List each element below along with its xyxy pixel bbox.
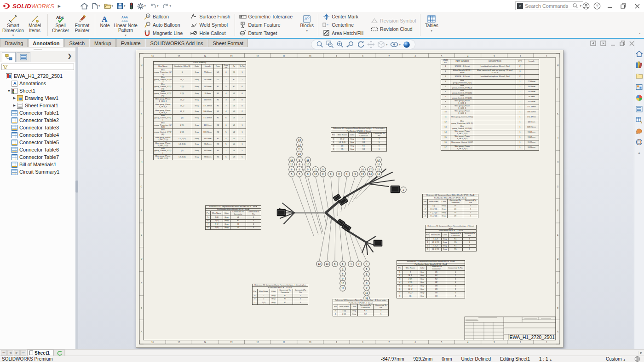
pin-right-pane-icon[interactable] xyxy=(600,41,606,46)
balloon[interactable]: 8 xyxy=(297,162,302,167)
3dexperience-marketplace-icon[interactable] xyxy=(635,138,643,146)
last-sheet-button[interactable]: ⏭ xyxy=(20,350,26,356)
balloon[interactable]: 8 xyxy=(305,171,310,177)
rotate-view-icon[interactable] xyxy=(356,41,365,48)
tree-item-connector-table6[interactable]: Connector Table6 xyxy=(0,146,75,153)
balloon[interactable]: 10 xyxy=(305,162,310,167)
tree-item-connector-table4[interactable]: Connector Table4 xyxy=(0,131,75,139)
note-button[interactable]: A Note xyxy=(97,13,113,37)
zoom-to-selection-icon[interactable] xyxy=(346,41,354,48)
balloon[interactable]: 8 xyxy=(336,171,342,177)
property-manager-tab[interactable] xyxy=(17,52,30,62)
surface-finish-button[interactable]: Surface Finish xyxy=(188,13,232,21)
linear-note-pattern-button[interactable]: AAAAAA Linear Note Pattern ▾ xyxy=(113,13,138,37)
connector-table-1[interactable]: Reference:S2 ComponentName:HarnessConfig… xyxy=(331,127,386,152)
tree-item-bill-of-materials1[interactable]: Bill of Materials1 xyxy=(0,161,75,168)
save-button[interactable]: ▾ xyxy=(115,1,127,11)
blocks-button[interactable]: A Blocks ▾ xyxy=(298,13,316,37)
balloon[interactable]: 9 xyxy=(328,171,334,177)
restore-button[interactable] xyxy=(616,0,630,12)
pin-left-pane-icon[interactable] xyxy=(590,41,596,46)
view-palette-icon[interactable] xyxy=(635,83,643,91)
tree-item-root[interactable]: EWA_H1_2720_2501 xyxy=(0,72,75,80)
hole-callout-button[interactable]: Hole Callout xyxy=(188,29,232,37)
balloon[interactable]: 6 xyxy=(340,271,345,276)
balloon[interactable]: 10 xyxy=(364,290,369,296)
first-sheet-button[interactable]: ⏮ xyxy=(1,350,7,356)
tree-item-drawing-view1[interactable]: ▶Drawing View1 xyxy=(0,94,75,102)
model-items-button[interactable]: Model Items xyxy=(24,13,46,37)
tree-filter-input[interactable] xyxy=(8,64,73,69)
search-icon[interactable] xyxy=(572,3,578,9)
appearances-icon[interactable] xyxy=(635,94,643,102)
tab-markup[interactable]: Markup xyxy=(90,39,116,47)
balloon[interactable]: 9 xyxy=(364,285,369,291)
tree-item-connector-table3[interactable]: Connector Table3 xyxy=(0,124,75,131)
unit-system[interactable]: Custom▴ xyxy=(606,356,625,362)
balloon[interactable]: 5 xyxy=(340,261,345,267)
pack-and-go-icon[interactable] xyxy=(635,116,643,124)
status-globe-icon[interactable] xyxy=(634,356,640,362)
balloon[interactable]: 16 xyxy=(376,162,381,167)
balloon[interactable]: 1 xyxy=(344,171,350,177)
task-pane-collapse-icon[interactable]: ▲ xyxy=(638,151,641,154)
balloon[interactable]: 14 xyxy=(368,171,373,177)
tree-item-connector-table1[interactable]: Connector Table1 xyxy=(0,109,75,117)
undo-button[interactable]: ▾ xyxy=(148,1,160,11)
balloon[interactable]: 10 xyxy=(297,151,302,157)
doc-minimize-icon[interactable] xyxy=(610,41,615,46)
prev-sheet-button[interactable]: ◀ xyxy=(7,350,13,356)
balloon[interactable]: 5 xyxy=(332,261,338,267)
tab-sheet-format[interactable]: Sheet Format xyxy=(208,39,248,47)
balloon[interactable]: 4 xyxy=(364,261,369,267)
new-document-button[interactable]: ▾ xyxy=(91,1,102,11)
sheet1-tab[interactable]: Sheet1 xyxy=(27,350,54,356)
home-taskpane-icon[interactable] xyxy=(635,50,643,58)
tree-item-connector-table2[interactable]: Connector Table2 xyxy=(0,117,75,124)
panel-handle[interactable] xyxy=(0,47,75,51)
connector-table-3[interactable]: Reference:U2 ComponentName:Molex MicroFi… xyxy=(422,194,478,218)
balloon[interactable]: 8 xyxy=(320,171,326,177)
search-input[interactable] xyxy=(525,3,572,9)
connector-table-6[interactable]: Reference:S4 ComponentName:HarnessConfig… xyxy=(333,299,386,316)
circuit-summary-table[interactable]: Circuit SummaryWire NameConductor / Wire… xyxy=(153,61,246,160)
pan-icon[interactable] xyxy=(367,41,375,48)
magnetic-line-button[interactable]: Magnetic Line xyxy=(141,29,185,37)
3dexperience-button[interactable] xyxy=(128,1,135,11)
smart-dimension-button[interactable]: Smart Dimension ▾ xyxy=(2,13,24,37)
balloon[interactable]: 11 xyxy=(340,286,345,291)
custom-properties-icon[interactable] xyxy=(635,105,643,113)
add-sheet-tab[interactable] xyxy=(54,350,65,356)
login-button[interactable] xyxy=(581,0,592,12)
display-style-icon[interactable] xyxy=(390,41,398,48)
tab-drawing[interactable]: Drawing xyxy=(0,39,28,47)
balloon[interactable]: 5 xyxy=(364,266,369,272)
spell-checker-button[interactable]: Abc Spell Checker xyxy=(50,13,71,37)
doc-restore-icon[interactable] xyxy=(620,41,625,46)
balloon[interactable]: 12 xyxy=(289,162,294,167)
balloon[interactable]: 10 xyxy=(340,280,345,286)
panel-expand-icon[interactable]: ❯ xyxy=(68,53,72,59)
center-mark-button[interactable]: Center Mark xyxy=(320,13,366,21)
tree-item-annotations[interactable]: Annotations xyxy=(0,80,75,87)
zoom-to-fit-icon[interactable] xyxy=(316,41,324,48)
tab-evaluate[interactable]: Evaluate xyxy=(116,39,145,47)
balloon[interactable]: 10 xyxy=(313,171,318,177)
zoom-in-out-icon[interactable] xyxy=(336,41,344,48)
horizontal-scrollbar[interactable]: ▶ xyxy=(65,350,644,356)
open-button[interactable]: ▾ xyxy=(103,1,115,11)
brand-expand-icon[interactable]: ▶ xyxy=(58,4,61,8)
tree-item-connector-table5[interactable]: Connector Table5 xyxy=(0,139,75,146)
balloon[interactable]: 7 xyxy=(356,261,362,267)
balloon[interactable]: 9 xyxy=(352,171,358,177)
forum-icon[interactable] xyxy=(635,127,643,135)
bill-of-materials-table[interactable]: ITEM NO.PART NUMBERDESCRIPTIONQTY.Length… xyxy=(441,59,539,151)
zoom-to-area-icon[interactable] xyxy=(326,41,334,48)
home-button[interactable] xyxy=(79,1,90,11)
geometric-tolerance-button[interactable]: Geometric Tolerance xyxy=(237,13,295,21)
datum-target-button[interactable]: Datum Target xyxy=(237,29,295,37)
ribbon-collapse-icon[interactable]: ⌃ xyxy=(638,33,641,37)
help-button[interactable]: ? xyxy=(592,0,603,12)
connector-table-2[interactable]: Reference:U1 ComponentName:Molex MicroFi… xyxy=(205,205,261,230)
splitter-grip[interactable] xyxy=(75,181,78,193)
